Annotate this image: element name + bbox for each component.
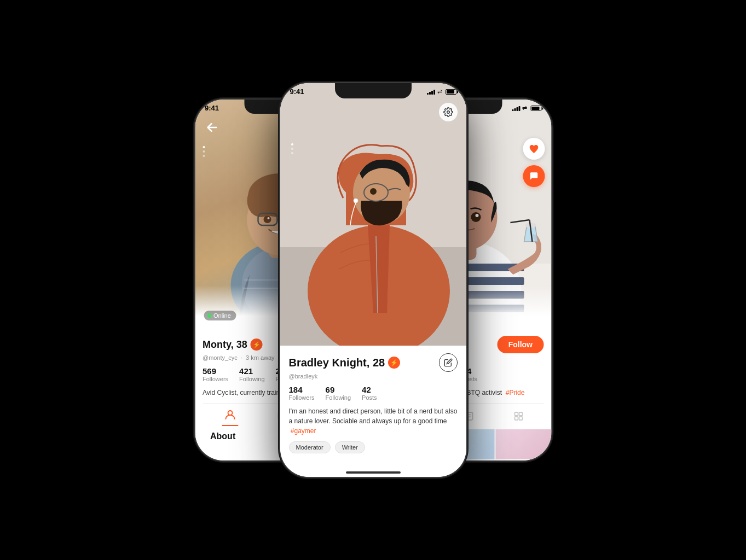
svg-point-46 (471, 212, 481, 222)
time-left: 9:41 (205, 104, 219, 112)
svg-point-48 (475, 214, 478, 217)
stat-followers-center: 184 Followers (289, 385, 315, 401)
photo-dots-left (203, 146, 205, 157)
phone-center: 9:41 ⇌ (280, 83, 466, 477)
photo-dots-center (291, 143, 293, 154)
online-text-left: Online (213, 312, 231, 319)
status-icons-center: ⇌ (427, 88, 456, 95)
verified-icon-left: ⚡ (251, 339, 263, 351)
svg-rect-57 (515, 412, 518, 416)
online-badge-left: Online (204, 311, 236, 320)
svg-point-6 (247, 184, 274, 217)
username-row-center: @bradleyk (289, 373, 458, 380)
home-indicator-center (346, 471, 401, 474)
chat-btn-right[interactable] (523, 165, 545, 187)
status-icons-right: ⇌ (512, 104, 541, 112)
name-age-left: Monty, 38 ⚡ (203, 339, 263, 351)
phone-center-inner: 9:41 ⇌ (280, 83, 466, 477)
name-text-center: Bradley Knight, 28 (289, 357, 385, 369)
gear-btn-center[interactable] (439, 103, 458, 121)
wifi-icon-center: ⇌ (437, 88, 442, 95)
svg-point-11 (263, 215, 271, 223)
name-age-center: Bradley Knight, 28 ⚡ (289, 357, 401, 369)
profile-icon-left (224, 409, 235, 423)
signal-icon-center (427, 89, 435, 95)
bio-center: I'm an honest and direct person, little … (289, 406, 458, 436)
wifi-icon-right: ⇌ (522, 104, 527, 112)
verified-icon-center: ⚡ (388, 357, 400, 369)
stat-followers-left: 569 Followers (203, 366, 228, 382)
svg-rect-58 (519, 412, 523, 416)
notch-center (335, 83, 412, 98)
profile-info-center: Bradley Knight, 28 ⚡ @bradleyk (280, 346, 466, 477)
back-btn-left[interactable] (204, 119, 220, 136)
nav-profile-left[interactable] (216, 409, 244, 426)
grid-icon-right (513, 411, 524, 424)
battery-icon-center (446, 89, 456, 95)
tag-writer[interactable]: Writer (335, 441, 365, 453)
online-dot-left (207, 313, 211, 318)
stat-following-left: 421 Following (239, 366, 264, 382)
svg-point-32 (370, 188, 377, 195)
stat-following-center: 69 Following (326, 385, 351, 401)
action-btns-right (523, 138, 545, 187)
svg-point-33 (354, 199, 358, 203)
tags-row-center: Moderator Writer (289, 441, 458, 453)
svg-rect-59 (515, 417, 518, 420)
svg-point-13 (267, 217, 269, 219)
battery-icon-right (530, 106, 541, 111)
photo-area-center (280, 83, 466, 346)
grid-img-3[interactable] (495, 429, 551, 459)
follow-btn-right[interactable]: Follow (498, 336, 543, 353)
name-row-center: Bradley Knight, 28 ⚡ (289, 353, 458, 372)
name-text-left: Monty, 38 (203, 339, 247, 351)
svg-rect-60 (519, 417, 523, 420)
phones-container: 9:41 (127, 34, 620, 526)
tag-moderator[interactable]: Moderator (289, 441, 331, 453)
stats-row-center: 184 Followers 69 Following 42 Posts (289, 385, 458, 401)
time-center: 9:41 (290, 88, 304, 96)
stat-posts-center: 42 Posts (362, 385, 377, 401)
signal-icon-right (512, 106, 520, 111)
heart-btn-right[interactable] (523, 138, 545, 160)
svg-point-17 (228, 411, 232, 415)
nav-grid-right[interactable] (508, 411, 530, 424)
edit-btn-center[interactable] (439, 353, 458, 372)
